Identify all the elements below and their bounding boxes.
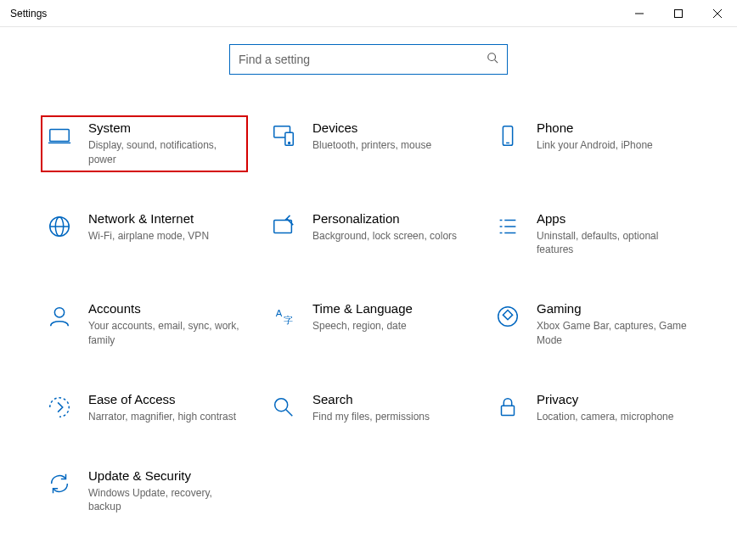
search-container xyxy=(0,27,737,90)
tile-subtitle: Link your Android, iPhone xyxy=(537,138,691,153)
devices-icon xyxy=(270,122,297,149)
phone-icon xyxy=(494,122,521,149)
tile-search[interactable]: Search Find my files, permissions xyxy=(265,387,472,429)
tile-update-security[interactable]: Update & Security Windows Update, recove… xyxy=(41,463,248,520)
tile-title: Apps xyxy=(537,211,691,226)
window-title: Settings xyxy=(10,8,47,20)
tile-subtitle: Xbox Game Bar, captures, Game Mode xyxy=(537,319,691,348)
tile-gaming[interactable]: Gaming Xbox Game Bar, captures, Game Mod… xyxy=(489,296,696,353)
system-icon xyxy=(46,122,73,149)
svg-line-5 xyxy=(495,60,498,64)
update-security-icon xyxy=(46,470,73,497)
tile-title: Phone xyxy=(537,120,691,135)
svg-line-30 xyxy=(286,410,293,417)
tile-subtitle: Find my files, permissions xyxy=(312,410,467,424)
tile-apps[interactable]: Apps Uninstall, defaults, optional featu… xyxy=(489,206,696,263)
gaming-icon xyxy=(494,303,521,330)
tile-title: Update & Security xyxy=(88,468,243,483)
tile-subtitle: Uninstall, defaults, optional features xyxy=(537,229,691,258)
minimize-button[interactable] xyxy=(620,0,659,27)
tile-accounts[interactable]: Accounts Your accounts, email, sync, wor… xyxy=(41,296,248,353)
tile-title: Privacy xyxy=(537,392,691,406)
apps-icon xyxy=(494,213,521,240)
close-icon xyxy=(713,9,722,18)
tile-title: Gaming xyxy=(537,301,691,316)
tile-personalization[interactable]: Personalization Background, lock screen,… xyxy=(265,206,472,263)
svg-text:字: 字 xyxy=(284,315,293,325)
tile-title: Devices xyxy=(312,120,467,135)
tile-title: Accounts xyxy=(88,301,243,316)
tile-title: Search xyxy=(312,392,467,406)
tile-subtitle: Location, camera, microphone xyxy=(537,410,691,424)
svg-text:A: A xyxy=(276,308,283,318)
tile-ease-of-access[interactable]: Ease of Access Narrator, magnifier, high… xyxy=(41,387,248,429)
search-icon xyxy=(487,52,498,67)
tile-time-language[interactable]: A字 Time & Language Speech, region, date xyxy=(265,296,472,353)
privacy-icon xyxy=(494,394,521,421)
search-box[interactable] xyxy=(229,44,508,75)
tile-subtitle: Wi-Fi, airplane mode, VPN xyxy=(88,229,243,244)
tile-subtitle: Speech, region, date xyxy=(312,319,467,333)
settings-grid: System Display, sound, notifications, po… xyxy=(0,90,737,519)
ease-of-access-icon xyxy=(46,394,73,421)
maximize-button[interactable] xyxy=(659,0,698,27)
svg-point-25 xyxy=(54,308,64,317)
tile-devices[interactable]: Devices Bluetooth, printers, mouse xyxy=(265,115,472,172)
search-input[interactable] xyxy=(239,53,487,66)
tile-subtitle: Background, lock screen, colors xyxy=(312,229,467,244)
time-language-icon: A字 xyxy=(270,303,297,330)
titlebar: Settings xyxy=(0,0,737,27)
tile-network[interactable]: Network & Internet Wi-Fi, airplane mode,… xyxy=(41,206,248,263)
accounts-icon xyxy=(46,303,73,330)
tile-subtitle: Windows Update, recovery, backup xyxy=(88,486,243,515)
tile-phone[interactable]: Phone Link your Android, iPhone xyxy=(489,115,696,172)
window-controls xyxy=(620,0,737,27)
svg-rect-31 xyxy=(502,406,515,415)
maximize-icon xyxy=(674,9,683,18)
svg-rect-16 xyxy=(274,220,292,232)
svg-point-10 xyxy=(289,143,290,144)
svg-point-4 xyxy=(488,53,496,61)
search-large-icon xyxy=(270,394,297,421)
tile-title: Time & Language xyxy=(312,301,467,316)
network-icon xyxy=(46,213,73,240)
svg-rect-1 xyxy=(675,9,683,17)
tile-system[interactable]: System Display, sound, notifications, po… xyxy=(41,115,248,172)
tile-title: System xyxy=(88,120,243,135)
svg-rect-6 xyxy=(50,130,70,142)
close-button[interactable] xyxy=(698,0,737,27)
tile-title: Personalization xyxy=(312,211,467,226)
personalization-icon xyxy=(270,213,297,240)
minimize-icon xyxy=(635,9,644,18)
tile-title: Network & Internet xyxy=(88,211,243,226)
tile-subtitle: Your accounts, email, sync, work, family xyxy=(88,319,243,348)
tile-subtitle: Bluetooth, printers, mouse xyxy=(312,138,467,153)
tile-privacy[interactable]: Privacy Location, camera, microphone xyxy=(489,387,696,429)
tile-subtitle: Display, sound, notifications, power xyxy=(88,138,243,167)
tile-title: Ease of Access xyxy=(88,392,243,406)
svg-point-29 xyxy=(275,398,288,411)
tile-subtitle: Narrator, magnifier, high contrast xyxy=(88,410,243,424)
